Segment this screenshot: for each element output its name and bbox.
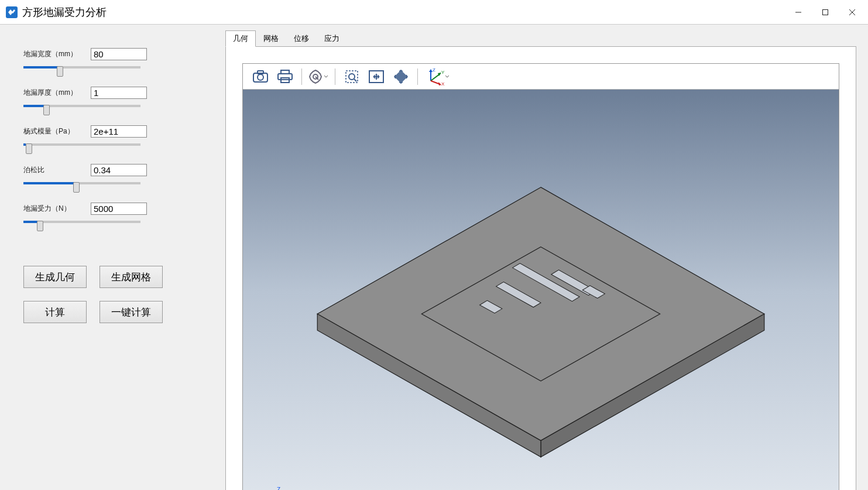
- thickness-label: 地漏厚度（mm）: [23, 88, 91, 98]
- viewport-toolbar: ZYX: [243, 64, 839, 90]
- camera-icon[interactable]: [249, 66, 272, 87]
- axis-triad: Z Y X: [266, 486, 301, 491]
- one-click-compute-button[interactable]: 一键计算: [100, 301, 163, 323]
- tab-geometry[interactable]: 几何: [225, 30, 256, 47]
- tab-stress[interactable]: 应力: [317, 30, 347, 47]
- svg-rect-20: [394, 70, 408, 83]
- generate-geometry-button[interactable]: 生成几何: [23, 266, 87, 288]
- svg-marker-27: [317, 187, 764, 441]
- minimize-button[interactable]: [785, 3, 812, 22]
- svg-rect-9: [278, 74, 292, 80]
- viewport-container: ZYX: [242, 63, 839, 490]
- zoom-selection-icon[interactable]: [389, 66, 413, 87]
- poisson-label: 泊松比: [23, 165, 91, 175]
- thickness-slider[interactable]: [23, 105, 140, 107]
- force-input[interactable]: [91, 203, 147, 215]
- svg-line-16: [354, 79, 356, 81]
- svg-text:X: X: [441, 81, 445, 85]
- width-slider[interactable]: [23, 66, 140, 68]
- young-label: 杨式模量（Pa）: [23, 126, 91, 136]
- young-slider[interactable]: [23, 143, 140, 146]
- force-slider[interactable]: [23, 221, 140, 223]
- svg-rect-2: [823, 9, 828, 15]
- zoom-area-icon[interactable]: [340, 66, 363, 87]
- tab-panel: ZYX: [225, 46, 856, 490]
- titlebar: 方形地漏受力分析: [0, 0, 868, 25]
- tabs: 几何 网格 位移 应力: [225, 30, 856, 47]
- compute-button[interactable]: 计算: [23, 301, 87, 323]
- gear-icon[interactable]: [307, 66, 330, 87]
- width-input[interactable]: [91, 48, 147, 60]
- poisson-slider[interactable]: [23, 182, 140, 184]
- generate-mesh-button[interactable]: 生成网格: [100, 266, 163, 288]
- tab-displacement[interactable]: 位移: [286, 30, 317, 47]
- poisson-input[interactable]: [91, 164, 147, 176]
- 3d-viewport[interactable]: Z Y X: [243, 90, 839, 490]
- axis-z-label: Z: [277, 486, 280, 491]
- young-input[interactable]: [91, 125, 147, 138]
- force-label: 地漏受力（N）: [23, 204, 91, 214]
- app-title: 方形地漏受力分析: [22, 5, 107, 19]
- geometry-model: [243, 90, 839, 490]
- app-icon: [5, 5, 19, 19]
- svg-point-15: [349, 74, 355, 80]
- print-icon[interactable]: [273, 66, 297, 87]
- triad-icon[interactable]: ZYX: [423, 66, 452, 87]
- maximize-button[interactable]: [812, 3, 839, 22]
- parameters-panel: 地漏宽度（mm） 地漏厚度（mm） 杨式模量（Pa） 泊松比 地漏受力（N） 生…: [0, 25, 225, 490]
- svg-point-6: [258, 74, 263, 80]
- tab-mesh[interactable]: 网格: [256, 30, 286, 47]
- thickness-input[interactable]: [91, 87, 147, 99]
- result-area: 几何 网格 位移 应力: [225, 25, 868, 490]
- fit-view-icon[interactable]: [365, 66, 388, 87]
- close-button[interactable]: [839, 3, 866, 22]
- width-label: 地漏宽度（mm）: [23, 49, 91, 59]
- svg-rect-7: [258, 71, 263, 74]
- svg-text:Z: Z: [433, 68, 435, 73]
